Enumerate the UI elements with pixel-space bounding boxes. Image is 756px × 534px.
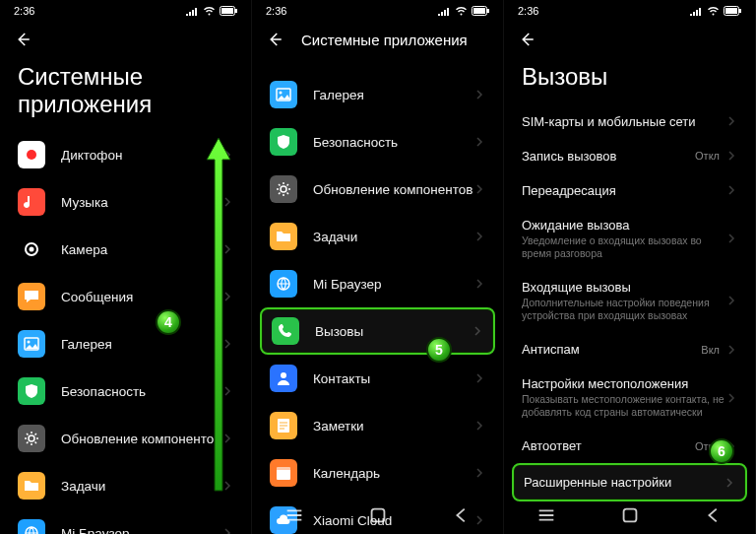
- list-item[interactable]: Обновление компонентов: [260, 166, 495, 213]
- list-item[interactable]: Mi Браузер: [260, 260, 495, 307]
- item-label: Ожидание вызова: [522, 218, 725, 233]
- svg-rect-24: [739, 9, 741, 13]
- item-label: Обновление компонентов: [61, 432, 221, 446]
- list-item[interactable]: Календарь: [260, 449, 495, 497]
- svg-point-8: [29, 435, 34, 441]
- chevron-right-icon: [725, 150, 737, 162]
- signal-icon: [438, 6, 451, 16]
- status-bar: 2:36: [504, 0, 755, 22]
- screen-calls: 2:36 Вызовы SIM-карты и мобильные сетиЗа…: [504, 0, 756, 534]
- nav-menu-icon[interactable]: [284, 504, 305, 526]
- item-label: Настройки местоположения: [522, 376, 725, 391]
- svg-point-14: [280, 92, 283, 95]
- list-item[interactable]: Камера: [8, 226, 243, 273]
- page-title: Системные приложения: [0, 57, 251, 131]
- chevron-right-icon: [725, 392, 737, 404]
- nav-home-icon[interactable]: [619, 504, 641, 526]
- item-label: Mi Браузер: [61, 526, 221, 534]
- list-item[interactable]: Безопасность: [260, 118, 495, 166]
- settings-item[interactable]: Запись вызововОткл: [512, 139, 747, 173]
- status-icons: [186, 6, 237, 16]
- list-item[interactable]: Галерея: [8, 320, 243, 367]
- list-item[interactable]: Диктофон: [8, 131, 243, 178]
- item-label: Входящие вызовы: [522, 280, 725, 295]
- chevron-right-icon: [221, 149, 233, 161]
- record-icon: [18, 141, 45, 168]
- svg-rect-12: [487, 9, 489, 13]
- item-label: Галерея: [61, 337, 221, 352]
- globe-icon: [270, 270, 297, 298]
- nav-bar: [504, 501, 755, 529]
- list-item[interactable]: Вызовы: [260, 307, 495, 355]
- list-item[interactable]: Mi Браузер: [8, 509, 243, 534]
- list-item[interactable]: Задачи: [260, 213, 495, 260]
- nav-back-icon[interactable]: [451, 504, 472, 526]
- status-time: 2:36: [14, 5, 34, 17]
- item-label: SIM-карты и мобильные сети: [522, 114, 725, 129]
- list-item[interactable]: Контакты: [260, 355, 495, 402]
- back-icon[interactable]: [14, 31, 32, 48]
- music-icon: [18, 188, 45, 216]
- image-icon: [270, 81, 297, 108]
- page-title: Системные приложения: [301, 32, 468, 48]
- chevron-right-icon: [473, 231, 485, 242]
- settings-item[interactable]: SIM-карты и мобильные сети: [512, 104, 747, 139]
- chevron-right-icon: [473, 467, 485, 479]
- settings-item[interactable]: Переадресация: [512, 173, 747, 208]
- app-list: ГалереяБезопасностьОбновление компоненто…: [252, 71, 503, 534]
- item-label: Диктофон: [61, 148, 221, 163]
- status-time: 2:36: [518, 5, 538, 17]
- list-item[interactable]: Заметки: [260, 402, 495, 449]
- chevron-right-icon: [725, 295, 737, 306]
- nav-home-icon[interactable]: [367, 504, 389, 526]
- image-icon: [18, 330, 45, 358]
- nav-menu-icon[interactable]: [536, 504, 557, 526]
- chevron-right-icon: [221, 385, 233, 397]
- settings-item[interactable]: Расширенные настройки: [512, 463, 747, 501]
- svg-point-7: [28, 341, 31, 344]
- note-icon: [270, 412, 297, 439]
- step-badge-5: 5: [426, 337, 452, 363]
- folder-icon: [18, 472, 45, 500]
- folder-icon: [270, 223, 297, 250]
- settings-item[interactable]: АнтиспамВкл: [512, 332, 747, 367]
- item-label: Камера: [61, 242, 221, 257]
- screen-system-apps-1: 2:36 Системные приложения ДиктофонМузыка…: [0, 0, 252, 534]
- back-icon[interactable]: [266, 31, 284, 48]
- header-row: [0, 22, 251, 57]
- list-item[interactable]: Музыка: [8, 178, 243, 226]
- item-label: Антиспам: [522, 342, 701, 357]
- list-item[interactable]: Галерея: [260, 71, 495, 118]
- item-label: Вызовы: [315, 324, 472, 339]
- svg-rect-11: [473, 8, 485, 14]
- screen-system-apps-2: 2:36 Системные приложения ГалереяБезопас…: [252, 0, 504, 534]
- item-label: Задачи: [61, 479, 221, 494]
- back-icon[interactable]: [518, 31, 536, 48]
- header-row: Системные приложения: [252, 22, 503, 57]
- settings-item[interactable]: Входящие вызовыДополнительные настройки …: [512, 270, 747, 332]
- chevron-right-icon: [221, 480, 233, 492]
- list-item[interactable]: Обновление компонентов: [8, 415, 243, 462]
- shield-icon: [270, 128, 297, 156]
- app-list: ДиктофонМузыкаКамераСообщенияГалереяБезо…: [0, 131, 251, 534]
- chevron-right-icon: [724, 477, 735, 489]
- svg-rect-23: [725, 8, 737, 14]
- step-badge-6: 6: [709, 438, 734, 464]
- chevron-right-icon: [473, 420, 485, 432]
- list-item[interactable]: Безопасность: [8, 367, 243, 415]
- svg-rect-21: [371, 509, 384, 522]
- item-label: Задачи: [313, 230, 473, 244]
- list-item[interactable]: Сообщения: [8, 273, 243, 320]
- settings-item[interactable]: Ожидание вызоваУведомление о входящих вы…: [512, 208, 747, 270]
- battery-icon: [724, 6, 741, 16]
- nav-back-icon[interactable]: [703, 504, 724, 526]
- item-label: Расширенные настройки: [524, 475, 724, 490]
- chevron-right-icon: [221, 196, 233, 208]
- item-label: Обновление компонентов: [313, 182, 473, 197]
- settings-item[interactable]: Настройки местоположенияПоказывать место…: [512, 367, 747, 429]
- chevron-right-icon: [472, 325, 483, 337]
- chat-icon: [18, 283, 45, 310]
- item-label: Переадресация: [522, 183, 725, 198]
- chevron-right-icon: [725, 344, 737, 356]
- list-item[interactable]: Задачи: [8, 462, 243, 509]
